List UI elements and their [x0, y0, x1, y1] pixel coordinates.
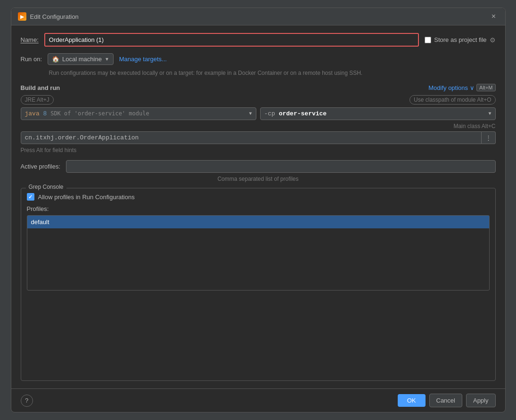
ok-button[interactable]: OK	[398, 394, 426, 407]
chevron-down-icon-modify: ∨	[470, 84, 475, 91]
build-and-run-title: Build and run	[21, 84, 60, 91]
jre-classpath-row: JRE Alt+J Use classpath of module Alt+O	[21, 95, 496, 105]
active-profiles-row: Active profiles:	[21, 160, 496, 173]
edit-configuration-dialog: ▶ Edit Configuration × Name: Store as pr…	[11, 8, 506, 412]
jre-label: JRE Alt+J	[21, 95, 54, 105]
comma-hint: Comma separated list of profiles	[21, 176, 496, 182]
title-bar: ▶ Edit Configuration ×	[11, 8, 505, 25]
name-row: Name: Store as project file ⚙	[21, 33, 496, 47]
cancel-button[interactable]: Cancel	[429, 394, 462, 407]
main-class-row: ⋮	[21, 131, 496, 144]
modify-options-label: Modify options	[428, 84, 468, 91]
profile-item[interactable]: default	[27, 216, 489, 228]
apply-button[interactable]: Apply	[466, 394, 496, 407]
profiles-list: default	[27, 215, 490, 291]
cp-select-value: -cp order-service	[264, 110, 327, 117]
sdk-cp-row: java 8 SDK of 'order-service' module ▼ -…	[21, 107, 496, 120]
chevron-down-icon: ▼	[105, 57, 109, 62]
runon-row: Run on: 🏠 Local machine ▼ Manage targets…	[21, 53, 496, 65]
jre-select[interactable]: java 8 SDK of 'order-service' module ▼	[21, 107, 256, 120]
runon-helper-text: Run configurations may be executed local…	[49, 69, 496, 77]
grep-console-section: Grep Console Allow profiles in Run Confi…	[21, 188, 496, 381]
runon-select[interactable]: 🏠 Local machine ▼	[48, 53, 114, 65]
close-button[interactable]: ×	[489, 12, 499, 21]
house-icon: 🏠	[52, 56, 59, 63]
allow-profiles-row: Allow profiles in Run Configurations	[27, 193, 490, 201]
gear-icon[interactable]: ⚙	[490, 36, 496, 44]
runon-value: Local machine	[62, 56, 102, 63]
name-input[interactable]	[44, 33, 419, 47]
modify-options-button[interactable]: Modify options ∨ Alt+M	[428, 84, 495, 91]
bottom-bar: ? OK Cancel Apply	[11, 388, 505, 412]
cp-select[interactable]: -cp order-service ▼	[260, 107, 496, 120]
store-project-file-label[interactable]: Store as project file	[434, 36, 486, 43]
active-profiles-input[interactable]	[66, 160, 495, 173]
main-class-browse-button[interactable]: ⋮	[482, 131, 496, 144]
grep-console-legend: Grep Console	[26, 184, 66, 190]
store-project-file-checkbox[interactable]	[425, 37, 431, 43]
main-class-input[interactable]	[21, 131, 482, 144]
main-class-hint: Main class Alt+C	[21, 123, 496, 129]
name-label: Name:	[21, 36, 39, 43]
dialog-body: Name: Store as project file ⚙ Run on: 🏠 …	[11, 25, 505, 388]
cp-chevron-icon: ▼	[488, 111, 491, 116]
app-icon: ▶	[18, 12, 26, 21]
jre-chevron-icon: ▼	[249, 111, 252, 116]
allow-profiles-checkbox[interactable]	[27, 193, 34, 201]
profiles-section-label: Profiles:	[27, 205, 490, 212]
dialog-title: Edit Configuration	[30, 13, 485, 20]
runon-label: Run on:	[21, 56, 42, 63]
classpath-label: Use classpath of module Alt+O	[410, 95, 495, 105]
help-button[interactable]: ?	[21, 395, 33, 407]
build-and-run-header: Build and run Modify options ∨ Alt+M	[21, 84, 496, 91]
alt-hint: Press Alt for field hints	[21, 147, 496, 153]
modify-shortcut: Alt+M	[476, 84, 495, 91]
jre-select-value: java 8 SDK of 'order-service' module	[25, 110, 149, 117]
store-area: Store as project file ⚙	[425, 36, 495, 44]
active-profiles-label: Active profiles:	[21, 163, 61, 170]
manage-targets-link[interactable]: Manage targets...	[119, 56, 167, 63]
allow-profiles-label: Allow profiles in Run Configurations	[38, 194, 135, 201]
